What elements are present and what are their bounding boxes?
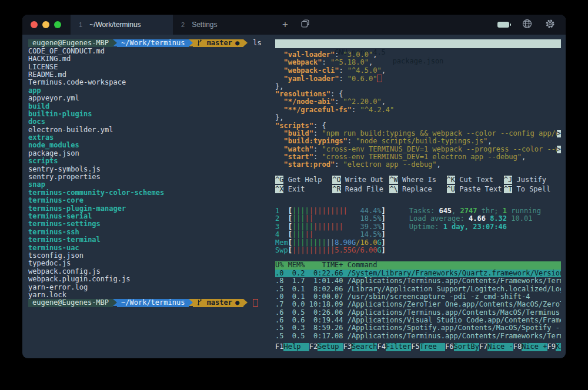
tab-settings[interactable]: 2 Settings [173, 15, 275, 35]
nano-shortcut: ^G Get Help [275, 176, 332, 184]
file-entry: LICENSE [28, 63, 268, 71]
file-entry: tsconfig.json [28, 252, 268, 260]
process-row: .50.18:02.06/Library/Application Support… [275, 285, 561, 293]
line-continuation-marker: > [557, 146, 561, 153]
powerline-arrow [243, 39, 248, 46]
file-entry: typedoc.js [28, 260, 268, 267]
htop-stats: Tasks: 645, 2747 thr; 1 runningLoad aver… [409, 207, 541, 254]
nano-shortcut: ^\ Replace [389, 186, 446, 193]
column-time: TIME+ [305, 261, 343, 269]
battery-icon [497, 22, 509, 28]
file-entry: package.json [28, 150, 268, 157]
process-row: .00.10:00.07/usr/sbin/screencapture -pdi… [275, 293, 561, 301]
nano-line: "**/graceful-fs": "^4.2.4" [275, 106, 561, 114]
prompt-user-segment: eugene@Eugenes-MBP [28, 39, 113, 47]
process-row: .00.20:22.66/System/Library/Frameworks/Q… [275, 270, 561, 277]
file-entry: electron-builder.yml [28, 126, 268, 134]
nano-line: "val-loader": "3.0.0", [275, 51, 561, 59]
terminal-split-area: eugene@Eugenes-MBP~/Work/terminus master… [22, 35, 566, 358]
shell-prompt-line: eugene@Eugenes-MBP~/Work/terminus master… [28, 299, 268, 307]
file-entry: terminus-terminal [28, 236, 268, 244]
nano-line: "build": "npm run build:typings && webpa… [275, 130, 561, 137]
nano-line: "yaml-loader": "0.6.0" [275, 75, 561, 82]
file-entry: node_modules [28, 142, 268, 149]
process-table-header: U% MEM% TIME+ Command [275, 261, 561, 269]
terminal-pane-shell[interactable]: eugene@Eugenes-MBP~/Work/terminus master… [28, 39, 268, 351]
gear-icon[interactable] [545, 19, 555, 31]
htop-stat-line: Load average: 4.66 8.32 10.01 [409, 215, 541, 223]
nano-cursor [377, 75, 382, 82]
nano-line: "watch": "cross-env TERMINUS_DEV=1 webpa… [275, 146, 561, 153]
file-entry: scripts [28, 157, 268, 165]
nano-shortcut: ^W Where Is [389, 176, 446, 184]
file-entry: webpack.plugin.config.js [28, 275, 268, 283]
file-entry: CODE_OF_CONDUCT.md [28, 48, 268, 55]
nano-line: "*/node-abi": "^2.20.0", [275, 98, 561, 106]
nano-line: }, [275, 114, 561, 122]
powerline-arrow [189, 299, 193, 306]
minimize-window-button[interactable] [42, 21, 49, 28]
file-entry: terminus-plugin-manager [28, 205, 268, 213]
htop-stat-line: Tasks: 645, 2747 thr; 1 running [409, 207, 541, 215]
htop-fkey-f1: F1Help [275, 343, 309, 351]
globe-icon[interactable] [522, 19, 532, 31]
terminal-pane-nano[interactable]: GNU nano 4.5 package.json "val-loader": … [275, 39, 561, 193]
terminal-pane-htop[interactable]: 1[|||||||||||||44.4%]2[|||||18.5%]3[||||… [275, 207, 561, 351]
htop-meter-mem: Mem[||||||||||8.90G/16.0G] [275, 239, 386, 247]
file-entry: terminus-settings [28, 220, 268, 228]
process-row: .70.010:18.09/Applications/ZeroTier One.… [275, 301, 561, 308]
nano-editor-body: "val-loader": "3.0.0", "webpack": "^5.18… [275, 51, 561, 169]
nano-shortcut: ^R Read File [332, 186, 389, 193]
tab-bar: 1 ~/Work/terminus 2 Settings + [22, 15, 566, 35]
file-entry: yarn-error.log [28, 284, 268, 291]
htop-meters-area: 1[|||||||||||||44.4%]2[|||||18.5%]3[||||… [275, 207, 561, 254]
tab-work-terminus[interactable]: 1 ~/Work/terminus [71, 15, 173, 35]
file-entry: README.md [28, 71, 268, 79]
file-entry: webpack.config.js [28, 268, 268, 275]
process-row: .60.60:19.44/Applications/Visual Studio … [275, 317, 561, 324]
nano-shortcut: ^X Exit [275, 186, 332, 193]
powerline-arrow [113, 299, 117, 306]
new-tab-button[interactable]: + [275, 15, 295, 35]
prompt-git-segment: master● [193, 299, 243, 307]
file-entry: appveyor.yml [28, 95, 268, 102]
line-continuation-marker: > [557, 130, 561, 137]
app-window: 1 ~/Work/terminus 2 Settings + [22, 15, 566, 358]
file-entry: sentry.properties [28, 173, 268, 181]
nano-shortcut: ^T To Spell [504, 186, 561, 193]
file-entry: app [28, 87, 268, 95]
process-row: .50.50:17.08/Applications/Terminus.app/C… [275, 332, 561, 340]
htop-meter-3: 3[||||||||||||39.3%] [275, 223, 386, 231]
file-entry: terminus-serial [28, 213, 268, 220]
powerline-arrow [113, 39, 117, 46]
column-cpu: U% [275, 261, 283, 269]
process-row: .60.50:26.06/Applications/Terminus.app/C… [275, 309, 561, 317]
column-command: Command [343, 261, 561, 269]
zoom-window-button[interactable] [54, 21, 61, 28]
htop-meter-2: 2[|||||18.5%] [275, 215, 386, 223]
file-entry: HACKING.md [28, 55, 268, 63]
nano-line: "start:prod": "electron app --debug", [275, 161, 561, 169]
nano-shortcut: ^O Write Out [332, 176, 389, 184]
right-column: GNU nano 4.5 package.json "val-loader": … [275, 39, 561, 351]
close-window-button[interactable] [31, 21, 38, 28]
git-branch-icon [197, 299, 202, 307]
file-entry: Terminus.code-workspace [28, 79, 268, 86]
file-entry: extras [28, 134, 268, 142]
powerline-arrow [243, 299, 248, 306]
nano-line: "scripts": { [275, 122, 561, 130]
file-entry: yarn.lock [28, 291, 268, 299]
htop-fkey-f8: F8Nice + [513, 343, 547, 351]
prompt-path-segment: ~/Work/terminus [117, 299, 189, 307]
duplicate-tab-button[interactable] [295, 15, 315, 35]
tab-number: 2 [181, 21, 185, 28]
nano-shortcut: ^J Justify [504, 176, 561, 184]
duplicate-icon [300, 19, 310, 31]
nano-shortcut: ^K Cut Text [447, 176, 504, 184]
nano-shortcut: ^U Paste Text [447, 186, 504, 193]
shell-prompt-line: eugene@Eugenes-MBP~/Work/terminus master… [28, 39, 268, 47]
file-entry: builtin-plugins [28, 110, 268, 118]
prompt-user-segment: eugene@Eugenes-MBP [28, 299, 113, 307]
prompt-path-segment: ~/Work/terminus [117, 39, 189, 47]
git-branch-icon [197, 39, 202, 47]
